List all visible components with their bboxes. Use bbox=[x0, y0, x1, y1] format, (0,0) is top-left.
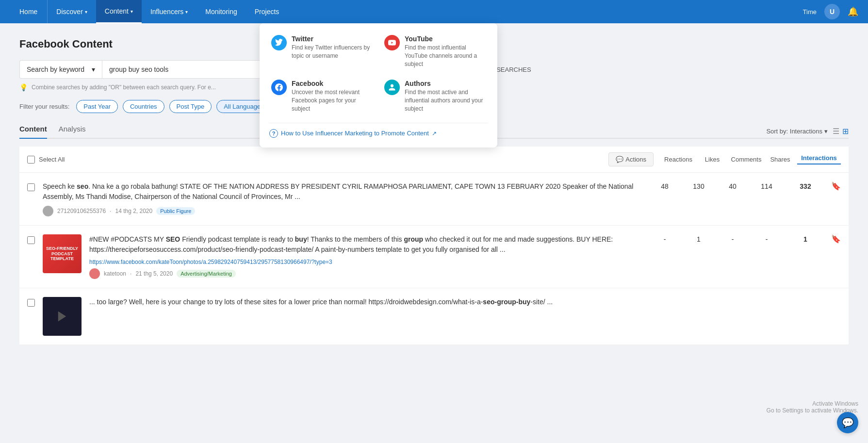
table-row: Speech ke seo. Nna ke a go robala bathun… bbox=[19, 173, 849, 226]
col-likes: Likes bbox=[695, 156, 729, 163]
row-content-3: ... too large? Well, here is your change… bbox=[89, 297, 654, 311]
row-text-1: Speech ke seo. Nna ke a go robala bathun… bbox=[43, 181, 640, 202]
dropdown-item-facebook[interactable]: Facebook Uncover the most relevant Faceb… bbox=[269, 78, 375, 115]
bulb-icon: 💡 bbox=[19, 83, 28, 91]
dropdown-grid: Twitter Find key Twitter influencers by … bbox=[269, 33, 488, 115]
row-content-1: Speech ke seo. Nna ke a go robala bathun… bbox=[43, 181, 640, 216]
table-row: ... too large? Well, here is your change… bbox=[19, 288, 849, 345]
actions-button[interactable]: 💬 Actions bbox=[608, 152, 654, 166]
filter-label: Filter your results: bbox=[19, 103, 69, 110]
authors-desc: Find the most active and influential aut… bbox=[405, 88, 486, 113]
youtube-icon bbox=[384, 35, 400, 50]
comment-icon: 💬 bbox=[616, 156, 623, 163]
nav-content[interactable]: Content ▾ bbox=[96, 0, 142, 23]
bookmark-icon[interactable]: 🔖 bbox=[831, 181, 841, 191]
view-icons: ☰ ⊞ bbox=[833, 127, 849, 136]
chevron-down-icon: ▾ bbox=[131, 9, 133, 14]
row-thumbnail-2: SEO-FRIENDLY PODCAST TEMPLATE bbox=[43, 234, 82, 273]
nav-monitoring[interactable]: Monitoring bbox=[197, 0, 246, 23]
interactions-2: 1 bbox=[784, 235, 827, 243]
filter-countries[interactable]: Countries bbox=[123, 100, 164, 113]
navbar: Home Discover ▾ Content ▾ Influencers ▾ … bbox=[0, 0, 868, 23]
likes-1: 130 bbox=[682, 182, 716, 190]
row-meta-1: 271209106255376 · 14 thg 2, 2020 Public … bbox=[43, 206, 640, 216]
table-row: SEO-FRIENDLY PODCAST TEMPLATE #NEW #PODC… bbox=[19, 226, 849, 288]
filter-post-type[interactable]: Post Type bbox=[169, 100, 212, 113]
interactions-1: 332 bbox=[784, 182, 827, 190]
avatar[interactable]: U bbox=[824, 4, 840, 19]
twitter-icon bbox=[271, 35, 287, 50]
list-view-icon[interactable]: ☰ bbox=[833, 127, 839, 136]
col-comments: Comments bbox=[729, 156, 763, 163]
influencers-dropdown: Twitter Find key Twitter influencers by … bbox=[260, 23, 497, 148]
grid-view-icon[interactable]: ⊞ bbox=[842, 127, 849, 136]
table-header: Select All 💬 Actions Reactions Likes Com… bbox=[19, 147, 849, 173]
avatar bbox=[89, 268, 100, 279]
avatar bbox=[43, 206, 53, 216]
tab-analysis[interactable]: Analysis bbox=[59, 125, 86, 139]
chevron-down-icon: ▾ bbox=[92, 66, 95, 73]
authors-icon bbox=[384, 80, 400, 95]
nav-home[interactable]: Home bbox=[10, 0, 48, 23]
select-all-control: Select All bbox=[27, 156, 608, 164]
comments-2: - bbox=[716, 235, 750, 243]
col-reactions: Reactions bbox=[661, 156, 695, 163]
youtube-desc: Find the most influential YouTube channe… bbox=[405, 44, 486, 68]
tab-content[interactable]: Content bbox=[19, 125, 47, 139]
content-list: Speech ke seo. Nna ke a go robala bathun… bbox=[19, 173, 849, 345]
badge-advertising: Advertising/Marketing bbox=[177, 270, 236, 278]
dropdown-item-authors[interactable]: Authors Find the most active and influen… bbox=[382, 78, 488, 115]
badge-public-figure: Public Figure bbox=[156, 207, 195, 215]
sort-by-control[interactable]: Sort by: Interactions ▾ bbox=[766, 128, 828, 135]
facebook-title: Facebook bbox=[292, 80, 373, 87]
row-link-2[interactable]: https://www.facebook.com/kateToon/photos… bbox=[89, 259, 380, 265]
date-1: 14 thg 2, 2020 bbox=[115, 208, 152, 214]
author-id-2: katetoon bbox=[104, 270, 126, 277]
row-checkbox-3[interactable] bbox=[27, 297, 35, 308]
tabs-right: Sort by: Interactions ▾ ☰ ⊞ bbox=[766, 127, 849, 136]
row-checkbox-2[interactable] bbox=[27, 234, 35, 246]
row-stats-2: - 1 - - 1 🔖 bbox=[648, 234, 841, 244]
nav-projects[interactable]: Projects bbox=[246, 0, 288, 23]
chevron-down-icon: ▾ bbox=[85, 9, 87, 15]
facebook-icon bbox=[271, 80, 287, 95]
chevron-down-icon: ▾ bbox=[185, 9, 188, 15]
row-thumbnail-3 bbox=[43, 297, 82, 336]
date-2: 21 thg 5, 2020 bbox=[135, 270, 173, 277]
nav-time-label: Time bbox=[803, 8, 817, 16]
twitter-desc: Find key Twitter influencers by topic or… bbox=[292, 44, 373, 60]
svg-marker-0 bbox=[58, 312, 66, 322]
col-interactions: Interactions bbox=[797, 154, 841, 164]
author-id-1: 271209106255376 bbox=[57, 208, 106, 214]
likes-2: 1 bbox=[682, 235, 716, 243]
row-checkbox-1[interactable] bbox=[27, 181, 35, 193]
reactions-1: 48 bbox=[648, 182, 682, 190]
help-link[interactable]: ? How to Use Influencer Marketing to Pro… bbox=[269, 123, 488, 138]
shares-1: 114 bbox=[750, 182, 784, 190]
authors-title: Authors bbox=[405, 80, 486, 87]
row-stats-1: 48 130 40 114 332 🔖 bbox=[648, 181, 841, 191]
nav-discover[interactable]: Discover ▾ bbox=[48, 0, 96, 23]
twitter-title: Twitter bbox=[292, 35, 373, 43]
bell-icon[interactable]: 🔔 bbox=[848, 6, 858, 17]
shares-2: - bbox=[750, 235, 784, 243]
row-text-2: #NEW #PODCASTS MY SEO Friendly podcast t… bbox=[89, 234, 640, 255]
dropdown-item-twitter[interactable]: Twitter Find key Twitter influencers by … bbox=[269, 33, 375, 70]
reactions-2: - bbox=[648, 235, 682, 243]
nav-items: Discover ▾ Content ▾ Influencers ▾ Monit… bbox=[48, 0, 802, 23]
dropdown-item-youtube[interactable]: YouTube Find the most influential YouTub… bbox=[382, 33, 488, 70]
row-text-3: ... too large? Well, here is your change… bbox=[89, 297, 654, 307]
search-type-select[interactable]: Search by keyword ▾ bbox=[19, 60, 102, 79]
row-content-2: #NEW #PODCASTS MY SEO Friendly podcast t… bbox=[89, 234, 640, 279]
youtube-title: YouTube bbox=[405, 35, 486, 43]
chevron-down-icon: ▾ bbox=[824, 128, 828, 135]
row-meta-2: katetoon · 21 thg 5, 2020 Advertising/Ma… bbox=[89, 268, 640, 279]
select-all-checkbox[interactable] bbox=[27, 156, 35, 164]
external-link-icon: ↗ bbox=[432, 130, 437, 137]
facebook-desc: Uncover the most relevant Facebook pages… bbox=[292, 88, 373, 113]
nav-influencers[interactable]: Influencers ▾ bbox=[142, 0, 197, 23]
bookmark-icon[interactable]: 🔖 bbox=[831, 234, 841, 244]
filter-past-year[interactable]: Past Year bbox=[76, 100, 118, 113]
col-shares: Shares bbox=[763, 156, 797, 163]
nav-right: Time U 🔔 bbox=[803, 4, 858, 19]
